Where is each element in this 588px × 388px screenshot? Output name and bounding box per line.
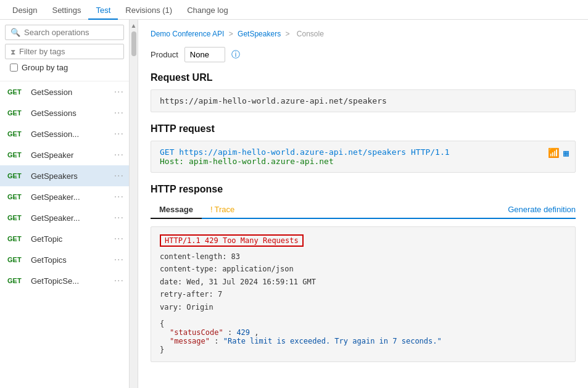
group-by-checkbox[interactable]: [10, 64, 18, 72]
op-item-getspeaker[interactable]: GET GetSpeaker ···: [0, 144, 129, 165]
generate-def-link[interactable]: Generate definition: [508, 201, 576, 218]
json-val-message: "Rate limit is exceeded. Try again in 7 …: [223, 337, 442, 345]
search-box[interactable]: 🔍: [5, 25, 124, 40]
op-name: GetSpeakers: [31, 171, 109, 181]
json-val-statuscode: 429: [236, 328, 250, 337]
copy-icon[interactable]: ▦: [563, 147, 569, 159]
status-line: HTTP/1.1 429 Too Many Requests: [160, 234, 304, 247]
scroll-up-arrow[interactable]: ▲: [131, 22, 137, 29]
operations-list: GET GetSession ··· GET GetSessions ··· G…: [0, 81, 129, 388]
json-open-brace: {: [160, 320, 566, 328]
json-status-code: "statusCode" : 429 ,: [160, 328, 566, 337]
op-item-getsessions[interactable]: GET GetSessions ···: [0, 102, 129, 123]
op-item-getspeakers[interactable]: GET GetSpeakers ···: [0, 165, 129, 186]
product-row: Product None ⓘ: [151, 47, 576, 62]
group-by-label: Group by tag: [22, 63, 68, 72]
op-menu-dots[interactable]: ···: [114, 212, 124, 223]
sidebar-scrollbar[interactable]: ▲: [130, 20, 138, 388]
request-url-box: https://apim-hello-world.azure-api.net/s…: [151, 89, 576, 112]
op-menu-dots[interactable]: ···: [114, 275, 124, 286]
response-header-content-type: content-type: application/json: [160, 263, 566, 275]
response-tab-right: Generate definition: [508, 205, 576, 214]
json-key-message: "message": [170, 337, 210, 345]
breadcrumb-operation[interactable]: GetSpeakers: [238, 30, 281, 38]
info-icon[interactable]: ⓘ: [231, 49, 240, 60]
method-badge: GET: [7, 277, 26, 284]
filter-input[interactable]: [19, 47, 118, 56]
op-menu-dots[interactable]: ···: [114, 86, 124, 97]
op-name: GetSessions: [31, 109, 109, 118]
op-name: GetTopic: [31, 234, 109, 244]
op-item-getspeaker2[interactable]: GET GetSpeaker... ···: [0, 186, 129, 207]
op-menu-dots[interactable]: ···: [114, 233, 124, 244]
tab-message[interactable]: Message: [151, 201, 202, 219]
search-icon: 🔍: [10, 28, 20, 37]
op-item-gettopicse[interactable]: GET GetTopicSe... ···: [0, 270, 129, 291]
tab-changelog[interactable]: Change log: [180, 2, 236, 20]
response-tabs: Message ! Trace Generate definition: [151, 201, 576, 219]
response-body: HTTP/1.1 429 Too Many Requests content-l…: [151, 226, 576, 362]
sidebar: 🔍 ⧗ Group by tag GET GetSession ··· GET …: [0, 20, 130, 388]
sidebar-search-area: 🔍 ⧗ Group by tag: [0, 20, 129, 81]
http-request-line1: GET https://apim-hello-world.azure-api.n…: [160, 147, 566, 157]
method-badge: GET: [7, 214, 26, 221]
request-url-header: Request URL: [151, 72, 576, 83]
top-nav: Design Settings Test Revisions (1) Chang…: [0, 0, 588, 20]
product-select[interactable]: None: [184, 47, 225, 62]
json-message: "message" : "Rate limit is exceeded. Try…: [160, 337, 566, 345]
op-name: GetSpeaker...: [31, 192, 109, 202]
filter-tags-box[interactable]: ⧗: [5, 44, 124, 59]
op-item-getsession2[interactable]: GET GetSession... ···: [0, 123, 129, 144]
op-item-gettopics[interactable]: GET GetTopics ···: [0, 249, 129, 270]
json-block: { "statusCode" : 429 , "message" : "Rate…: [160, 320, 566, 354]
op-menu-dots[interactable]: ···: [114, 107, 124, 118]
op-name: GetSpeaker...: [31, 213, 109, 223]
http-host-line: Host: apim-hello-world.azure-api.net: [160, 157, 566, 166]
breadcrumb: Demo Conference API > GetSpeakers > Cons…: [151, 30, 576, 38]
scroll-thumb[interactable]: [131, 31, 136, 56]
method-badge: GET: [7, 235, 26, 242]
op-item-getsession[interactable]: GET GetSession ···: [0, 81, 129, 102]
op-menu-dots[interactable]: ···: [114, 149, 124, 160]
filter-icon: ⧗: [10, 47, 15, 56]
method-badge: GET: [7, 151, 26, 159]
response-header-retry: retry-after: 7: [160, 288, 566, 300]
breadcrumb-api[interactable]: Demo Conference API: [151, 30, 224, 38]
method-badge: GET: [7, 193, 26, 200]
method-badge: GET: [7, 256, 26, 263]
op-menu-dots[interactable]: ···: [114, 191, 124, 202]
http-request-header: HTTP request: [151, 123, 576, 134]
tab-trace[interactable]: ! Trace: [202, 201, 243, 219]
product-label: Product: [151, 50, 178, 59]
breadcrumb-sep2: >: [285, 30, 291, 38]
wifi-icon[interactable]: 📶: [548, 147, 560, 159]
response-header-content-length: content-length: 83: [160, 250, 566, 263]
method-badge: GET: [7, 172, 26, 180]
http-request-box: GET https://apim-hello-world.azure-api.n…: [151, 141, 576, 173]
method-badge: GET: [7, 88, 26, 96]
op-menu-dots[interactable]: ···: [114, 128, 124, 139]
tab-design[interactable]: Design: [5, 2, 44, 20]
op-item-getspeaker3[interactable]: GET GetSpeaker... ···: [0, 207, 129, 228]
search-input[interactable]: [24, 28, 118, 37]
op-name: GetSession: [31, 88, 109, 97]
op-menu-dots[interactable]: ···: [114, 254, 124, 265]
breadcrumb-sep1: >: [229, 30, 235, 38]
breadcrumb-page: Console: [297, 30, 324, 38]
tab-test[interactable]: Test: [88, 2, 118, 20]
tab-revisions[interactable]: Revisions (1): [118, 2, 180, 20]
copy-icons: 📶 ▦: [548, 147, 569, 159]
tab-settings[interactable]: Settings: [44, 2, 88, 20]
op-item-gettopic[interactable]: GET GetTopic ···: [0, 228, 129, 249]
main-layout: 🔍 ⧗ Group by tag GET GetSession ··· GET …: [0, 20, 588, 388]
op-menu-dots[interactable]: ···: [114, 170, 124, 181]
main-content: Demo Conference API > GetSpeakers > Cons…: [138, 20, 588, 388]
method-badge: GET: [7, 130, 26, 138]
status-line-wrapper: HTTP/1.1 429 Too Many Requests: [160, 234, 566, 250]
json-key-statuscode: "statusCode": [170, 328, 223, 337]
op-name: GetSpeaker: [31, 151, 109, 160]
op-name: GetTopicSe...: [31, 276, 109, 286]
group-by-row: Group by tag: [5, 59, 124, 76]
op-name: GetTopics: [31, 255, 109, 265]
json-close-brace: }: [160, 345, 566, 354]
